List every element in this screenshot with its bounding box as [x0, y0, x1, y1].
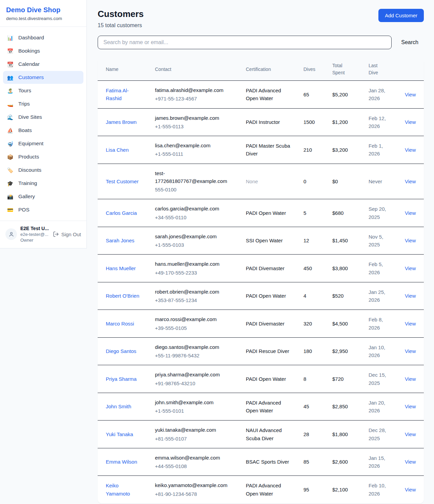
- customer-phone: +55-11-99876-5432: [155, 352, 234, 359]
- sidebar-item-discounts[interactable]: 🏷️ Discounts: [3, 164, 83, 176]
- customer-email: hans.mueller@example.com: [155, 260, 234, 268]
- sidebar: Demo Dive Shop demo.test.divestreams.com…: [0, 0, 87, 248]
- customer-phone: +34-555-0110: [155, 213, 234, 221]
- sidebar-item-pos[interactable]: 💳 POS: [3, 203, 83, 216]
- sidebar-item-dashboard[interactable]: 📊 Dashboard: [3, 31, 83, 44]
- sidebar-item-equipment[interactable]: 🤿 Equipment: [3, 137, 83, 150]
- user-name: E2E Test U...: [20, 226, 50, 231]
- package-icon: 📦: [6, 154, 14, 160]
- customer-name-link[interactable]: Yuki Tanaka: [106, 431, 133, 437]
- user-meta: E2E Test U... e2e-tester@... Owner: [20, 226, 50, 243]
- table-row: James Brown james.brown@example.com +1-5…: [98, 108, 424, 136]
- customer-certification: NAUI Advanced Scuba Diver: [238, 421, 295, 448]
- view-link[interactable]: View: [405, 238, 416, 243]
- sidebar-item-products[interactable]: 📦 Products: [3, 150, 83, 163]
- customer-name-link[interactable]: Fatima Al-Rashid: [106, 88, 129, 101]
- customer-phone: +39-555-0105: [155, 324, 234, 332]
- customer-dives: 4: [295, 282, 324, 310]
- add-customer-button[interactable]: Add Customer: [378, 9, 424, 22]
- sign-out-label: Sign Out: [61, 231, 81, 237]
- customers-table-card: NameContactCertificationDivesTotal Spent…: [98, 58, 424, 503]
- customer-name-link[interactable]: James Brown: [106, 119, 137, 125]
- customer-email: robert.obrien@example.com: [155, 288, 234, 296]
- sidebar-item-trips[interactable]: 🚤 Trips: [3, 97, 83, 110]
- sidebar-item-training[interactable]: 🎓 Training: [3, 177, 83, 190]
- customer-total-spent: $2,850: [324, 393, 360, 421]
- customer-total-spent: $2,100: [324, 476, 360, 503]
- search-button[interactable]: Search: [401, 39, 418, 45]
- customer-name-link[interactable]: Keiko Yamamoto: [106, 483, 130, 496]
- customer-name-link[interactable]: Robert O'Brien: [106, 293, 139, 299]
- customer-count: 15 total customers: [98, 22, 144, 29]
- view-link[interactable]: View: [405, 404, 416, 409]
- camera-icon: 📸: [6, 194, 14, 199]
- sidebar-item-gallery[interactable]: 📸 Gallery: [3, 190, 83, 203]
- view-link[interactable]: View: [405, 210, 416, 216]
- customer-certification: PADI Open Water: [238, 365, 295, 393]
- diving-mask-icon: 🤿: [6, 141, 14, 146]
- customer-email: james.brown@example.com: [155, 114, 234, 122]
- sidebar-item-label: Gallery: [18, 193, 35, 200]
- sidebar-item-label: Dashboard: [18, 35, 44, 41]
- customer-name-link[interactable]: Hans Mueller: [106, 265, 136, 271]
- customer-name-link[interactable]: Priya Sharma: [106, 376, 137, 382]
- customer-name-link[interactable]: Lisa Chen: [106, 147, 129, 153]
- table-row: Marco Rossi marco.rossi@example.com +39-…: [98, 310, 424, 338]
- customer-name-link[interactable]: John Smith: [106, 404, 131, 409]
- sidebar-item-label: Boats: [18, 127, 32, 133]
- table-header-row: NameContactCertificationDivesTotal Spent…: [98, 58, 424, 81]
- customer-name-link[interactable]: Emma Wilson: [106, 459, 137, 465]
- shop-domain: demo.test.divestreams.com: [6, 16, 80, 21]
- customer-phone: +1-555-0111: [155, 150, 234, 158]
- view-link[interactable]: View: [405, 179, 416, 184]
- sign-out-button[interactable]: Sign Out: [53, 231, 81, 237]
- column-header-dives: Dives: [295, 58, 324, 81]
- customer-certification: BSAC Sports Diver: [238, 448, 295, 476]
- sidebar-item-bookings[interactable]: 📅 Bookings: [3, 44, 83, 57]
- table-row: Test Customer test-1772681807767@example…: [98, 164, 424, 199]
- view-link[interactable]: View: [405, 147, 416, 153]
- customer-name-link[interactable]: Test Customer: [106, 179, 139, 184]
- column-header-name: Name: [98, 58, 147, 81]
- sidebar-item-label: Discounts: [18, 167, 41, 173]
- view-link[interactable]: View: [405, 293, 416, 299]
- customer-total-spent: $1,450: [324, 227, 360, 255]
- sidebar-item-boats[interactable]: ⛵ Boats: [3, 124, 83, 137]
- column-header-last-dive: Last Dive: [360, 58, 397, 81]
- people-icon: 👥: [6, 75, 14, 80]
- customer-phone: 555-0100: [155, 186, 234, 193]
- customer-email: fatima.alrashid@example.com: [155, 86, 234, 94]
- view-link[interactable]: View: [405, 92, 416, 97]
- customer-certification: PADI Advanced Open Water: [238, 393, 295, 421]
- sidebar-item-calendar[interactable]: 📆 Calendar: [3, 58, 83, 71]
- view-link[interactable]: View: [405, 119, 416, 125]
- customer-certification: SSI Open Water: [238, 227, 295, 255]
- customer-total-spent: $1,800: [324, 421, 360, 448]
- customer-name-link[interactable]: Diego Santos: [106, 348, 136, 354]
- view-link[interactable]: View: [405, 487, 416, 492]
- view-link[interactable]: View: [405, 376, 416, 382]
- customer-phone: +44-555-0108: [155, 462, 234, 470]
- view-link[interactable]: View: [405, 321, 416, 326]
- search-input[interactable]: [98, 36, 392, 49]
- view-link[interactable]: View: [405, 265, 416, 271]
- view-link[interactable]: View: [405, 459, 416, 465]
- speedboat-icon: 🚤: [6, 101, 14, 107]
- customer-name-link[interactable]: Sarah Jones: [106, 238, 134, 243]
- customer-name-link[interactable]: Carlos Garcia: [106, 210, 137, 216]
- column-header-action: [397, 58, 424, 81]
- column-header-contact: Contact: [147, 58, 238, 81]
- customer-total-spent: $680: [324, 199, 360, 227]
- customer-email: test-1772681807767@example.com: [155, 169, 234, 185]
- sidebar-item-dive-sites[interactable]: 🌊 Dive Sites: [3, 111, 83, 124]
- customer-name-link[interactable]: Marco Rossi: [106, 321, 134, 326]
- sidebar-item-tours[interactable]: 🏝️ Tours: [3, 84, 83, 97]
- view-link[interactable]: View: [405, 431, 416, 437]
- view-link[interactable]: View: [405, 348, 416, 354]
- customer-phone: +81-555-0107: [155, 435, 234, 443]
- customer-total-spent: $1,200: [324, 108, 360, 136]
- customer-dives: 180: [295, 337, 324, 365]
- customer-dives: 65: [295, 81, 324, 109]
- sidebar-item-customers[interactable]: 👥 Customers: [3, 71, 83, 84]
- customers-table: NameContactCertificationDivesTotal Spent…: [98, 58, 424, 503]
